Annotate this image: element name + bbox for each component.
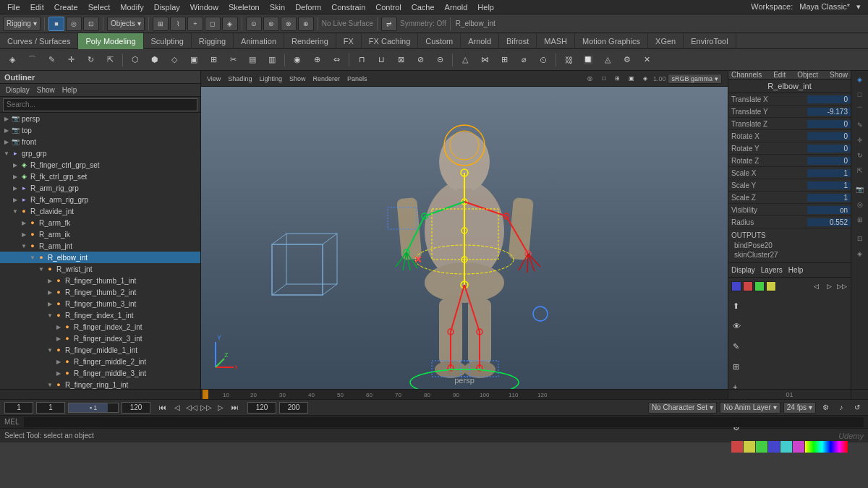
strip-icon-ipr[interactable]: ⊞ <box>853 213 867 227</box>
bevel-btn[interactable]: ◇ <box>165 51 184 69</box>
color-strip-cyan[interactable] <box>780 441 792 453</box>
tool-btn-4[interactable]: ⊕ <box>298 17 314 31</box>
strip-icon-render[interactable]: ◎ <box>853 197 867 212</box>
playback-skip-end[interactable]: ⏭ <box>229 401 242 414</box>
loop-btn[interactable]: ⊞ <box>204 51 223 69</box>
tab-animation[interactable]: Animation <box>234 33 284 49</box>
smooth-btn[interactable]: ⊘ <box>411 51 430 69</box>
vp-cam-btn-2[interactable]: □ <box>598 73 610 85</box>
range-end-input[interactable] <box>122 402 150 414</box>
menu-file[interactable]: File <box>3 2 25 12</box>
target-weld-btn[interactable]: ⊕ <box>307 51 326 69</box>
tree-item[interactable]: ▶●R_finger_thumb_2_int <box>0 286 200 298</box>
outliner-menu-show[interactable]: Show <box>34 86 58 94</box>
audio-btn[interactable]: ♪ <box>835 401 848 414</box>
toolbar-btn-1[interactable]: ■ <box>48 17 64 31</box>
playback-skip-start[interactable]: ⏮ <box>156 401 169 414</box>
vp-cam-btn-5[interactable]: ◈ <box>639 73 651 85</box>
select-tool-btn[interactable]: ◈ <box>3 51 22 69</box>
tree-item[interactable]: ▶◈R_fk_ctrl_grp_set <box>0 171 200 182</box>
snap-surface-btn[interactable]: ◻ <box>205 17 221 31</box>
tree-item[interactable]: ▼●R_finger_middle_1_int <box>0 344 200 356</box>
channel-value[interactable]: 1 <box>807 194 851 202</box>
create-geo-btn[interactable]: △ <box>456 51 475 69</box>
menu-window[interactable]: Window <box>186 2 223 12</box>
vp-menu-view[interactable]: View <box>204 74 224 83</box>
strip-icon-rotate[interactable]: ↻ <box>853 148 867 163</box>
channel-value[interactable]: 0 <box>807 95 851 103</box>
tab-rendering[interactable]: Rendering <box>284 33 336 49</box>
menu-arnold[interactable]: Arnold <box>441 2 472 12</box>
tree-item[interactable]: ▶●R_finger_thumb_1_int <box>0 275 200 286</box>
snap-view-btn[interactable]: ◈ <box>222 17 238 31</box>
playback-settings-btn[interactable]: ⚙ <box>819 401 832 414</box>
tool-btn-1[interactable]: ⊙ <box>246 17 262 31</box>
vp-cam-btn-1[interactable]: ◎ <box>584 73 596 85</box>
vp-menu-lighting[interactable]: Lighting <box>256 74 285 83</box>
vp-menu-show[interactable]: Show <box>286 74 309 83</box>
tree-item[interactable]: ▶●R_arm_ik <box>0 228 200 240</box>
tab-mash[interactable]: MASH <box>537 33 575 49</box>
show-tab[interactable]: Show <box>830 71 848 79</box>
help-link[interactable]: Help <box>788 266 804 274</box>
max-end-frame-input[interactable] <box>279 402 308 414</box>
tree-item[interactable]: ▶●R_arm_fk <box>0 217 200 228</box>
snap-grid-btn[interactable]: ⊞ <box>153 17 169 31</box>
outliner-menu-help[interactable]: Help <box>59 86 80 94</box>
tab-sculpting[interactable]: Sculpting <box>144 33 192 49</box>
loop-btn-2[interactable]: ↺ <box>851 401 864 414</box>
menu-control[interactable]: Control <box>371 2 405 12</box>
tab-motion-graphics[interactable]: Motion Graphics <box>575 33 648 49</box>
playback-play-back[interactable]: ◁◁ <box>185 401 198 414</box>
paint-select-btn[interactable]: ✎ <box>42 51 61 69</box>
object-tab[interactable]: Object <box>797 71 818 79</box>
append-btn[interactable]: ▤ <box>243 51 262 69</box>
color-strip-rainbow[interactable] <box>805 441 848 453</box>
color-strip-green[interactable] <box>756 441 767 453</box>
tree-item[interactable]: ▼●R_clavide_jnt <box>0 205 200 217</box>
nonlinear-btn[interactable]: ⌀ <box>514 51 533 69</box>
strip-icon-camera[interactable]: 📷 <box>853 182 867 197</box>
color-strip-blue[interactable] <box>768 441 780 453</box>
channel-value[interactable]: -9.173 <box>807 108 851 116</box>
symmetrize-btn[interactable]: ⇔ <box>327 51 346 69</box>
menu-constrain[interactable]: Constrain <box>327 2 370 12</box>
combine-btn[interactable]: ⊓ <box>352 51 371 69</box>
strip-icon-paint[interactable]: ✎ <box>853 118 867 132</box>
menu-skeleton[interactable]: Skeleton <box>224 2 264 12</box>
crease-btn[interactable]: ⊝ <box>430 51 449 69</box>
deformer-btn[interactable]: ◬ <box>598 51 617 69</box>
tree-item[interactable]: ▶▸R_fk_arm_rig_grp <box>0 194 200 205</box>
channel-value[interactable]: 0 <box>807 145 851 153</box>
extrude-btn[interactable]: ⬡ <box>126 51 145 69</box>
layer-btn-2[interactable]: ▷ <box>823 281 835 292</box>
constraint-btn[interactable]: ⚙ <box>618 51 637 69</box>
channel-value[interactable]: 1 <box>807 169 851 177</box>
strip-icon-snapping[interactable]: ◈ <box>853 247 867 261</box>
layers-icon-lock[interactable]: ⊞ <box>731 357 848 376</box>
tool-btn-3[interactable]: ⊗ <box>281 17 297 31</box>
tree-item[interactable]: ▼▸grp_grp <box>0 147 200 159</box>
menu-select[interactable]: Select <box>84 2 115 12</box>
layer-btn-1[interactable]: ◁ <box>810 281 822 292</box>
anim-layer-dropdown[interactable]: No Anim Layer ▾ <box>720 402 780 414</box>
vp-cam-btn-4[interactable]: ▣ <box>626 73 637 85</box>
channel-value[interactable]: 1 <box>807 181 851 189</box>
fps-dropdown[interactable]: 24 fps ▾ <box>783 402 816 414</box>
tab-envirotool[interactable]: EnviroTool <box>684 33 736 49</box>
tree-item[interactable]: ▼●R_arm_jnt <box>0 240 200 252</box>
menu-display[interactable]: Display <box>150 2 184 12</box>
tree-item[interactable]: ▶📷persp <box>0 113 200 124</box>
bridge-btn[interactable]: ⬢ <box>145 51 164 69</box>
move-btn[interactable]: ✛ <box>61 51 80 69</box>
tree-item[interactable]: ▶●R_finger_index_2_int <box>0 321 200 333</box>
playback-next-frame[interactable]: ▷ <box>214 401 227 414</box>
separate-btn[interactable]: ⊔ <box>372 51 391 69</box>
channel-value[interactable]: 0.552 <box>807 218 851 226</box>
layer-btn-3[interactable]: ▷▷ <box>836 281 848 292</box>
channel-value[interactable]: on <box>807 206 851 214</box>
menu-edit[interactable]: Edit <box>26 2 48 12</box>
strip-icon-cursor[interactable]: ◈ <box>853 72 867 87</box>
extra-btn[interactable]: ✕ <box>637 51 656 69</box>
tree-item[interactable]: ▼●R_elbow_int <box>0 252 200 263</box>
